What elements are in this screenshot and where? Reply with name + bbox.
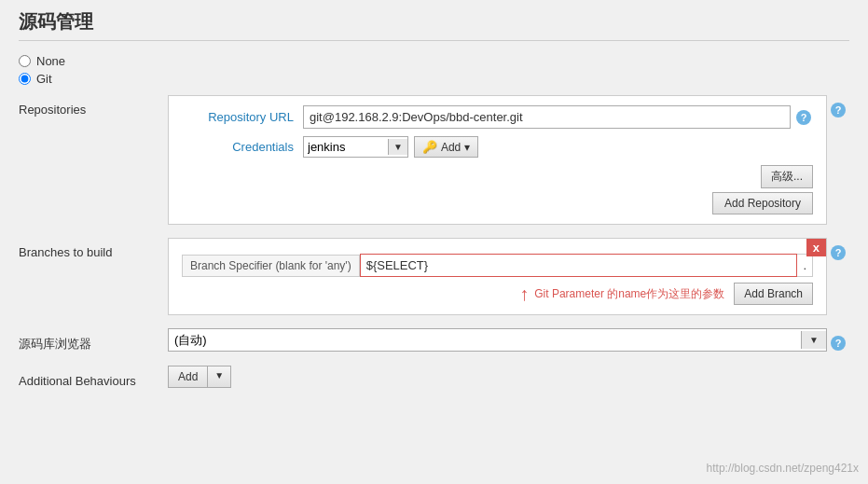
branches-label: Branches to build bbox=[19, 238, 168, 259]
branch-specifier-input[interactable] bbox=[360, 254, 798, 277]
branches-help-icon[interactable]: ? bbox=[831, 245, 846, 260]
repo-url-input[interactable] bbox=[303, 105, 791, 129]
arrow-up-icon: ↑ bbox=[519, 284, 529, 303]
browser-select[interactable]: (自动) bbox=[169, 329, 801, 351]
additional-add-dropdown-icon[interactable]: ▼ bbox=[208, 366, 230, 387]
credentials-row: Credentials jenkins ▼ 🔑 Add ▾ bbox=[182, 136, 813, 158]
radio-none-label: None bbox=[36, 54, 65, 68]
branch-dot: . bbox=[797, 254, 813, 277]
browser-content: (自动) ▼ bbox=[168, 328, 827, 352]
repo-url-label: Repository URL bbox=[182, 110, 303, 124]
browser-label: 源码库浏览器 bbox=[19, 328, 168, 353]
advanced-button[interactable]: 高级... bbox=[761, 165, 813, 188]
add-repo-row: Add Repository bbox=[182, 192, 813, 214]
branch-hint-label: Git Parameter 的name作为这里的参数 bbox=[534, 286, 724, 302]
add-branch-button[interactable]: Add Branch bbox=[734, 283, 813, 305]
radio-none-input[interactable] bbox=[19, 55, 31, 67]
repositories-help: ? bbox=[827, 95, 849, 118]
repositories-help-icon[interactable]: ? bbox=[831, 103, 846, 118]
repositories-section: Repositories Repository URL ? Credential… bbox=[19, 95, 849, 225]
credentials-label: Credentials bbox=[182, 140, 303, 154]
branch-hint: ↑ Git Parameter 的name作为这里的参数 bbox=[519, 284, 724, 303]
browser-select-arrow-icon[interactable]: ▼ bbox=[801, 331, 826, 349]
credentials-controls: jenkins ▼ 🔑 Add ▾ bbox=[303, 136, 478, 158]
additional-add-button[interactable]: Add ▼ bbox=[168, 366, 231, 388]
branch-hint-row: ↑ Git Parameter 的name作为这里的参数 Add Branch bbox=[182, 283, 813, 305]
radio-git-input[interactable] bbox=[19, 73, 31, 85]
additional-add-label[interactable]: Add bbox=[169, 366, 207, 387]
branches-section: Branches to build x Branch Specifier (bl… bbox=[19, 238, 849, 315]
add-repository-button[interactable]: Add Repository bbox=[712, 192, 813, 214]
branch-specifier-row: Branch Specifier (blank for 'any') . bbox=[182, 254, 813, 277]
credentials-add-dropdown-icon: ▾ bbox=[464, 141, 470, 154]
repo-url-input-wrap bbox=[303, 105, 791, 129]
radio-none[interactable]: None bbox=[19, 54, 849, 68]
radio-git[interactable]: Git bbox=[19, 72, 849, 86]
browser-help-icon[interactable]: ? bbox=[831, 336, 846, 351]
repositories-label: Repositories bbox=[19, 95, 168, 117]
key-icon: 🔑 bbox=[422, 140, 437, 154]
branches-content: x Branch Specifier (blank for 'any') . ↑… bbox=[168, 238, 827, 315]
repositories-content: Repository URL ? Credentials jenkins ▼ 🔑 bbox=[168, 95, 827, 225]
radio-group: None Git bbox=[19, 54, 849, 86]
credentials-select-wrap[interactable]: jenkins ▼ bbox=[303, 136, 408, 158]
browser-help: ? bbox=[827, 328, 849, 351]
credentials-add-label: Add bbox=[441, 141, 461, 154]
additional-behaviours-section: Additional Behaviours Add ▼ bbox=[19, 366, 849, 388]
advanced-row: 高级... bbox=[182, 165, 813, 188]
credentials-select[interactable]: jenkins bbox=[304, 137, 388, 157]
browser-select-wrap[interactable]: (自动) ▼ bbox=[168, 328, 827, 352]
credentials-select-arrow-icon[interactable]: ▼ bbox=[388, 139, 407, 155]
additional-behaviours-label: Additional Behaviours bbox=[19, 366, 168, 388]
page-title: 源码管理 bbox=[19, 9, 849, 41]
branch-close-button[interactable]: x bbox=[806, 239, 826, 256]
credentials-add-button[interactable]: 🔑 Add ▾ bbox=[414, 136, 478, 158]
repo-url-row: Repository URL ? bbox=[182, 105, 813, 129]
radio-git-label: Git bbox=[36, 72, 52, 86]
repo-url-help-icon[interactable]: ? bbox=[796, 110, 811, 125]
browser-section: 源码库浏览器 (自动) ▼ ? bbox=[19, 328, 849, 353]
branches-help: ? bbox=[827, 238, 849, 260]
branch-specifier-label: Branch Specifier (blank for 'any') bbox=[182, 255, 360, 277]
